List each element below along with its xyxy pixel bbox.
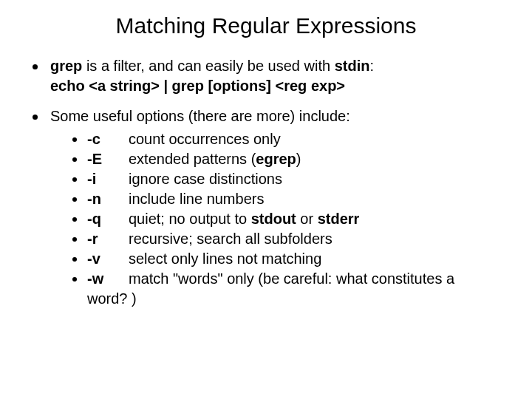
- slide: Matching Regular Expressions grep is a f…: [0, 0, 532, 399]
- option-w-continuation: word? ): [87, 289, 502, 309]
- bullet-options: Some useful options (there are more) inc…: [30, 106, 502, 309]
- text: :: [369, 58, 374, 74]
- desc: recursive; search all subfolders: [129, 229, 502, 249]
- command-line: echo <a string> | grep [options] <reg ex…: [50, 76, 502, 96]
- flag: -c: [87, 129, 129, 149]
- text: is a filter, and can easily be used with: [82, 58, 334, 74]
- flag: -n: [87, 189, 129, 209]
- options-list: -ccount occurrences only -Eextended patt…: [71, 129, 502, 289]
- option-i: -iignore case distinctions: [71, 169, 502, 189]
- flag: -q: [87, 209, 129, 229]
- flag: -i: [87, 169, 129, 189]
- flag: -E: [87, 149, 129, 169]
- desc: select only lines not matching: [129, 249, 502, 269]
- desc: count occurrences only: [129, 129, 502, 149]
- desc: ignore case distinctions: [129, 169, 502, 189]
- desc: include line numbers: [129, 189, 502, 209]
- bullet-list: grep is a filter, and can easily be used…: [30, 56, 502, 309]
- flag: -w: [87, 269, 129, 289]
- slide-content: grep is a filter, and can easily be used…: [30, 56, 502, 309]
- option-n: -ninclude line numbers: [71, 189, 502, 209]
- option-e: -Eextended patterns (egrep): [71, 149, 502, 169]
- option-v: -vselect only lines not matching: [71, 249, 502, 269]
- option-q: -qquiet; no output to stdout or stderr: [71, 209, 502, 229]
- option-r: -rrecursive; search all subfolders: [71, 229, 502, 249]
- flag: -v: [87, 249, 129, 269]
- text-stdin: stdin: [335, 58, 370, 74]
- flag: -r: [87, 229, 129, 249]
- option-w: -wmatch "words" only (be careful: what c…: [71, 269, 502, 289]
- desc: match "words" only (be careful: what con…: [129, 269, 502, 289]
- desc: extended patterns (egrep): [129, 149, 502, 169]
- slide-title: Matching Regular Expressions: [30, 13, 502, 38]
- bullet-grep-filter: grep is a filter, and can easily be used…: [30, 56, 502, 96]
- desc: quiet; no output to stdout or stderr: [129, 209, 502, 229]
- text-grep: grep: [50, 58, 82, 74]
- option-c: -ccount occurrences only: [71, 129, 502, 149]
- options-intro: Some useful options (there are more) inc…: [50, 108, 350, 124]
